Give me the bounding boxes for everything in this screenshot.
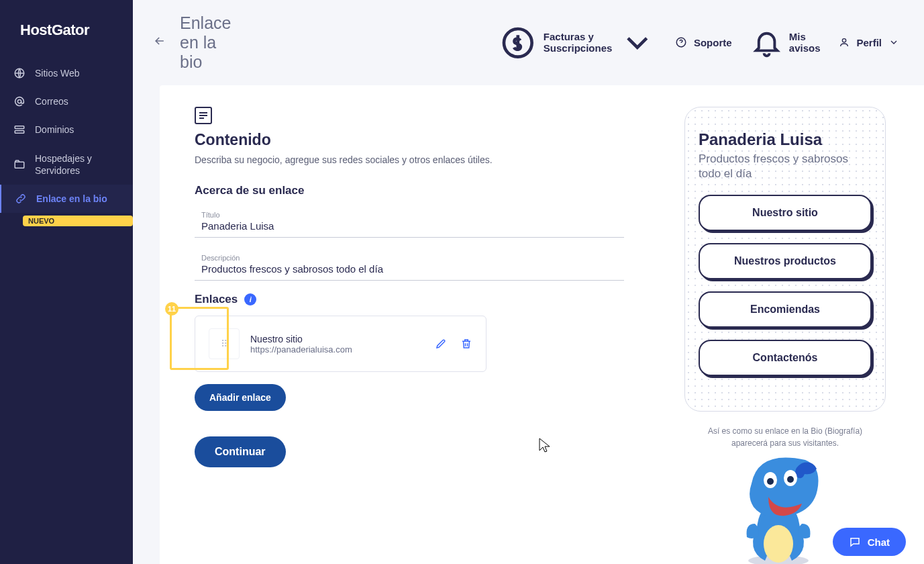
chat-button[interactable]: Chat [833,528,906,556]
preview-title: Panaderia Luisa [699,130,872,149]
chevron-down-icon [619,24,656,62]
sidebar-item-label: Hospedajes y Servidores [35,152,119,177]
folder-icon [13,158,25,171]
title-label: Título [201,211,617,219]
profile-menu[interactable]: Perfil [839,37,899,48]
preview-button: Encomiendas [699,291,872,328]
mascot-illustration [731,443,825,564]
title-value: Panaderia Luisa [201,220,617,232]
description-field[interactable]: Descripción Productos frescos y sabrosos… [195,250,624,281]
page-title: Enlace en la bio [180,13,231,72]
dollar-icon [499,24,537,62]
support-link[interactable]: Soporte [675,36,732,48]
continue-button[interactable]: Continuar [195,436,286,467]
chevron-down-icon [888,37,899,48]
sidebar-item-domains[interactable]: Dominios [0,115,133,144]
preview-card: Panaderia Luisa Productos frescos y sabr… [684,107,886,412]
sidebar-item-hosting[interactable]: Hospedajes y Servidores [0,144,133,185]
svg-rect-4 [15,162,24,168]
sidebar-item-mail[interactable]: Correos [0,87,133,115]
sidebar-item-bio-link[interactable]: Enlace en la bio [0,185,133,213]
desc-label: Descripción [201,254,617,262]
callout-badge: 11 [165,302,178,316]
preview-subtitle: Productos frescos y sabrosos todo el día [699,152,872,181]
drag-handle[interactable]: ⠿ [209,328,240,359]
add-link-button[interactable]: Añadir enlace [195,384,286,411]
user-icon [839,37,850,48]
preview-button: Nuestros productos [699,243,872,279]
delete-icon[interactable] [460,336,472,351]
title-field[interactable]: Título Panaderia Luisa [195,207,624,238]
link-item-card: 11 ⠿ Nuestro sitio https://panaderialuis… [195,316,486,372]
notices-link[interactable]: Mis avisos [751,27,821,58]
back-arrow-icon[interactable] [153,34,166,51]
svg-point-7 [843,39,846,42]
document-icon [195,107,212,124]
info-icon[interactable]: i [244,293,256,306]
sidebar-item-label: Enlace en la bio [36,193,107,205]
svg-rect-2 [15,126,24,129]
link-title: Nuestro sitio [250,334,424,344]
at-icon [13,95,25,107]
content-subheading: Describa su negocio, agregue sus redes s… [195,154,624,165]
svg-rect-3 [15,131,24,134]
svg-point-1 [17,100,21,103]
svg-point-10 [764,525,793,563]
new-badge: NUEVO [23,216,133,226]
sidebar-item-label: Dominios [35,124,74,136]
edit-icon[interactable] [435,336,447,351]
link-icon [15,193,27,205]
globe-icon [13,67,25,79]
preview-button: Nuestro sitio [699,195,872,231]
billing-label: Facturas y Suscripciones [544,31,613,54]
links-heading: Enlaces i [195,293,624,306]
server-icon [13,124,25,136]
support-label: Soporte [694,37,732,48]
about-heading: Acerca de su enlace [195,184,624,197]
sidebar-item-label: Correos [35,95,68,107]
preview-button: Contactenós [699,340,872,376]
desc-value: Productos frescos y sabrosos todo el día [201,263,617,275]
billing-menu[interactable]: Facturas y Suscripciones [499,24,656,62]
links-heading-text: Enlaces [195,293,238,306]
notices-label: Mis avisos [789,31,821,54]
svg-point-12 [767,478,774,485]
help-icon [675,36,687,48]
cursor-pointer-icon [539,438,551,456]
profile-label: Perfil [856,37,882,48]
sidebar-item-label: Sitios Web [35,67,80,79]
svg-point-14 [787,476,794,483]
content-heading: Contenido [195,131,624,149]
link-url: https://panaderialuisa.com [250,344,424,355]
bell-icon [751,27,782,58]
chat-icon [849,536,861,548]
brand-logo: HostGator [0,0,133,59]
sidebar-item-sites[interactable]: Sitios Web [0,59,133,87]
chat-label: Chat [868,536,890,548]
